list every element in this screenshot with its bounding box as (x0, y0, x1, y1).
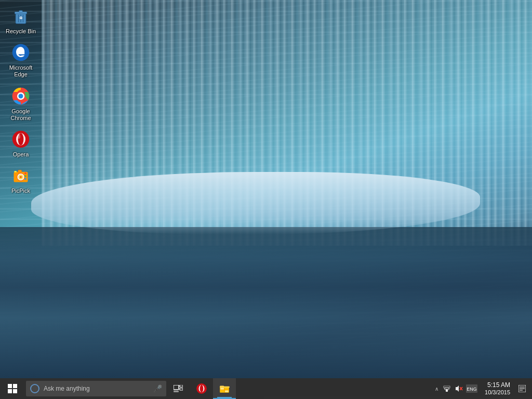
desktop-icon-recycle-bin[interactable]: ♻ Recycle Bin (1, 3, 41, 38)
volume-tray-icon[interactable] (453, 378, 466, 399)
system-tray: ∧ ENG (433, 378, 532, 399)
svg-rect-25 (13, 384, 17, 388)
recycle-bin-label: Recycle Bin (6, 28, 36, 35)
water-reflection (0, 227, 532, 378)
svg-point-21 (24, 172, 26, 175)
microphone-icon[interactable]: 🎤 (153, 384, 162, 393)
picpick-icon (10, 165, 31, 186)
svg-text:♻: ♻ (19, 16, 22, 20)
taskbar-app-explorer[interactable] (213, 378, 236, 399)
svg-text:ENG: ENG (467, 387, 477, 392)
edge-icon (10, 42, 31, 63)
cortana-icon (30, 384, 39, 393)
snow-mound (31, 172, 480, 234)
svg-point-22 (24, 175, 26, 177)
desktop-icons: ♻ Recycle Bin Microsoft Edge (0, 0, 42, 378)
desktop-icon-chrome[interactable]: Google Chrome (1, 83, 41, 125)
svg-rect-5 (19, 10, 22, 12)
taskbar-apps (190, 378, 236, 399)
svg-rect-31 (174, 391, 179, 392)
notification-button[interactable] (514, 378, 530, 399)
svg-rect-26 (8, 389, 12, 393)
search-bar[interactable]: Ask me anything 🎤 (26, 381, 166, 396)
svg-point-18 (20, 176, 22, 178)
ime-tray-icon[interactable]: ENG (466, 378, 478, 399)
chrome-label: Google Chrome (3, 108, 38, 122)
network-tray-icon[interactable] (441, 378, 453, 399)
search-placeholder-text: Ask me anything (44, 385, 90, 392)
task-view-button[interactable] (168, 378, 188, 399)
chevron-up-icon: ∧ (435, 386, 438, 392)
clock-time: 5:15 AM (487, 381, 510, 389)
svg-rect-20 (14, 171, 17, 172)
svg-rect-42 (444, 386, 450, 388)
svg-rect-27 (13, 389, 17, 393)
picpick-label: PicPick (11, 188, 30, 194)
clock[interactable]: 5:15 AM 10/3/2015 (478, 378, 514, 399)
start-button[interactable] (0, 378, 25, 399)
svg-rect-29 (180, 385, 183, 387)
svg-point-23 (24, 178, 26, 180)
desktop: ♻ Recycle Bin Microsoft Edge (0, 0, 532, 378)
desktop-icon-edge[interactable]: Microsoft Edge (1, 39, 41, 81)
svg-point-34 (200, 385, 204, 392)
desktop-icon-picpick[interactable]: PicPick (1, 162, 41, 197)
edge-label: Microsoft Edge (3, 64, 38, 78)
svg-rect-28 (174, 385, 179, 390)
taskbar-app-opera[interactable] (190, 378, 213, 399)
chrome-icon (10, 86, 31, 107)
svg-rect-24 (8, 384, 12, 388)
svg-rect-39 (225, 390, 229, 392)
clock-date: 10/3/2015 (485, 389, 510, 396)
opera-label: Opera (13, 151, 29, 158)
svg-point-10 (19, 94, 23, 98)
svg-rect-30 (180, 388, 183, 390)
opera-icon (10, 129, 31, 150)
desktop-icon-opera[interactable]: Opera (1, 126, 41, 161)
show-hidden-icons-button[interactable]: ∧ (433, 386, 441, 392)
svg-point-14 (18, 134, 20, 139)
svg-rect-38 (220, 388, 224, 389)
svg-rect-19 (18, 170, 22, 172)
svg-marker-43 (456, 385, 459, 392)
recycle-bin-icon: ♻ (10, 6, 31, 26)
taskbar: Ask me anything 🎤 (0, 378, 532, 399)
